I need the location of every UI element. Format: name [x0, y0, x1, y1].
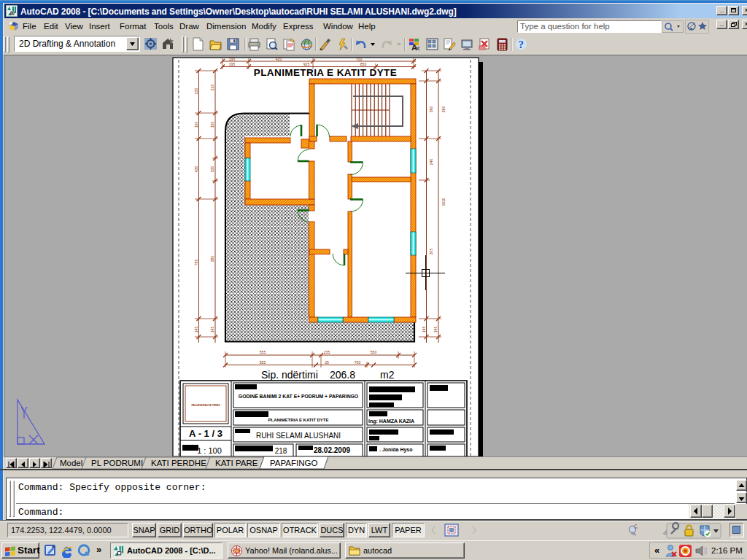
- svg-text:150: 150: [194, 122, 198, 128]
- svg-text:240: 240: [429, 159, 433, 166]
- svg-text:KATI PERDHE: KATI PERDHE: [151, 459, 206, 467]
- svg-text:555: 555: [260, 360, 266, 365]
- svg-text:360: 360: [429, 106, 433, 113]
- svg-text:330: 330: [210, 166, 214, 173]
- svg-text:Sip. ndërtimi: Sip. ndërtimi: [261, 369, 318, 381]
- svg-text:305: 305: [429, 249, 433, 255]
- svg-text:555: 555: [260, 350, 266, 354]
- svg-text:»: »: [96, 544, 101, 555]
- svg-text:700: 700: [356, 57, 363, 61]
- svg-text:RUHI SELAMI ALUSHANI: RUHI SELAMI ALUSHANI: [256, 432, 341, 440]
- svg-text:. Jonida Hyso: . Jonida Hyso: [379, 447, 413, 453]
- svg-text:700: 700: [355, 360, 361, 365]
- svg-text:PLANIMETRIA E KATIT DYTE: PLANIMETRIA E KATIT DYTE: [254, 67, 397, 78]
- svg-text:550: 550: [371, 350, 377, 354]
- svg-text:m2: m2: [380, 369, 395, 381]
- svg-text:145: 145: [433, 327, 438, 333]
- svg-text:195: 195: [229, 57, 236, 61]
- svg-text:218: 218: [275, 447, 287, 455]
- svg-text:25: 25: [325, 360, 329, 365]
- svg-text:360: 360: [441, 106, 446, 113]
- svg-text:GODINË BANIMI 2 KAT E+ PODRUM: GODINË BANIMI 2 KAT E+ PODRUM + PAPARING…: [239, 394, 358, 399]
- svg-text:28.02.2009: 28.02.2009: [314, 446, 350, 454]
- svg-text:380: 380: [210, 256, 214, 262]
- svg-text:.: .: [369, 438, 371, 443]
- svg-text:PALUESHPAUCE ITEMS: PALUESHPAUCE ITEMS: [192, 404, 221, 407]
- svg-text:145: 145: [422, 327, 426, 333]
- svg-text:420: 420: [276, 57, 282, 61]
- svg-text:1610: 1610: [441, 198, 446, 206]
- svg-text:210: 210: [210, 85, 214, 91]
- svg-text:1 : 100: 1 : 100: [197, 446, 222, 455]
- svg-text:A - 1 / 3: A - 1 / 3: [189, 428, 222, 439]
- svg-text:235: 235: [324, 350, 330, 354]
- svg-text:430: 430: [194, 166, 198, 173]
- svg-text:795: 795: [194, 260, 198, 266]
- svg-text:150: 150: [210, 122, 214, 128]
- svg-text:PAPAFINGO: PAPAFINGO: [270, 459, 317, 467]
- svg-text:Model: Model: [60, 459, 82, 467]
- svg-text:PL PODRUMI: PL PODRUMI: [91, 459, 143, 467]
- svg-text:KATI PARE: KATI PARE: [215, 459, 258, 467]
- svg-text:206.8: 206.8: [330, 369, 355, 381]
- svg-text:145: 145: [194, 327, 198, 333]
- svg-text:235: 235: [194, 88, 198, 95]
- svg-text:145: 145: [210, 327, 214, 333]
- svg-text:925: 925: [303, 62, 310, 66]
- svg-text:195: 195: [229, 62, 236, 66]
- svg-text:PLANIMETRIA E KATIT DYTE: PLANIMETRIA E KATIT DYTE: [268, 418, 329, 422]
- svg-text:?: ?: [519, 39, 525, 50]
- svg-text:850: 850: [360, 62, 367, 66]
- svg-text:Ing: HAMZA KAZIA: Ing: HAMZA KAZIA: [368, 419, 414, 424]
